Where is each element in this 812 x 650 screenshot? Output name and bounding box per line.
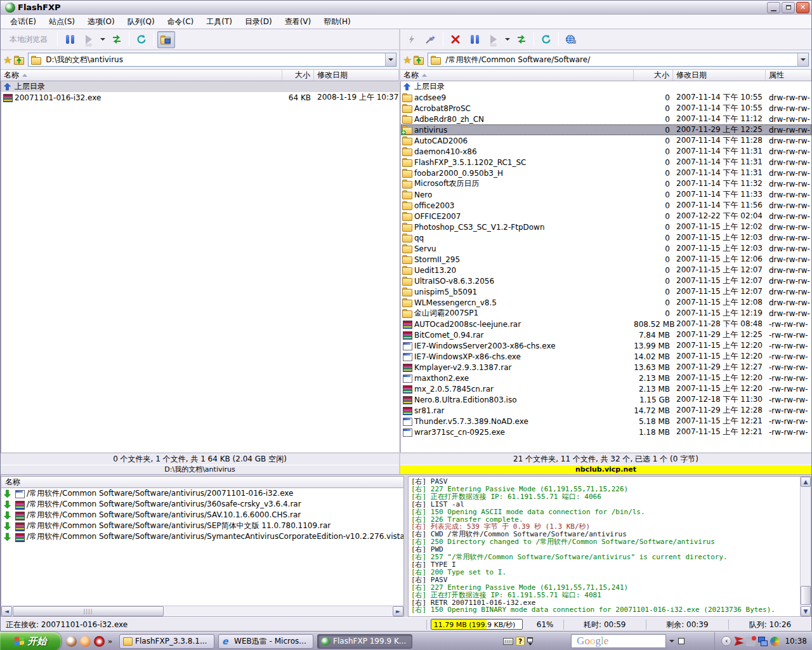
queue-column-header[interactable]: 名称 bbox=[1, 477, 403, 488]
remote-file-row[interactable]: Nero02007-11-14 下午 11:33drw-rw-rw- bbox=[401, 189, 811, 200]
menu-item[interactable]: 目录(D) bbox=[239, 15, 278, 29]
local-file-row[interactable]: 20071101-016-i32.exe64 KB2008-1-19 上午 10… bbox=[1, 92, 399, 103]
local-path-dropdown[interactable] bbox=[385, 53, 396, 66]
scroll-left-button[interactable]: ◄ bbox=[1, 606, 12, 616]
google-toolbar-button[interactable] bbox=[678, 638, 684, 644]
column-header-attr[interactable]: 属性 bbox=[766, 70, 811, 81]
msn-tray-icon[interactable] bbox=[770, 637, 780, 646]
remote-file-row[interactable]: 上层目录 bbox=[401, 81, 811, 92]
menu-item[interactable]: 队列(Q) bbox=[122, 15, 160, 29]
menu-item[interactable]: 命令(C) bbox=[162, 15, 200, 29]
thunder-tray-icon[interactable] bbox=[734, 637, 743, 646]
remote-file-row[interactable]: Photoshop_CS3_SC_V1.2-FtpDown02007-11-15… bbox=[401, 222, 811, 232]
tray-collapse-chevron[interactable]: ‹ bbox=[721, 636, 731, 646]
taskbar-task-button[interactable]: FlashFXP_3.3.8.1... bbox=[119, 634, 214, 649]
remote-file-row[interactable]: Microsoft农历日历02007-11-14 下午 11:32drw-rw-… bbox=[401, 178, 811, 189]
google-search-box[interactable]: Google bbox=[571, 634, 666, 648]
scroll-right-button[interactable]: ► bbox=[393, 606, 403, 616]
remote-file-row[interactable]: Thunder.v5.7.3.389.NoAD.exe5.18 MB2007-1… bbox=[401, 416, 811, 427]
queue-item[interactable]: /常用软件/Common Software/Software/antivirus… bbox=[1, 521, 403, 531]
start-button[interactable]: 开始 bbox=[0, 632, 61, 650]
quick-launch-overflow-chevron[interactable]: » bbox=[108, 637, 112, 646]
column-header-name[interactable]: 名称 bbox=[400, 70, 634, 81]
site-manager-button[interactable] bbox=[562, 31, 580, 48]
bookmark-star-icon[interactable]: ★ bbox=[3, 54, 12, 66]
remote-file-row[interactable]: foobar2000_0.950b3_H02007-11-14 下午 11:31… bbox=[401, 168, 811, 178]
quick-connect-button[interactable] bbox=[403, 31, 421, 48]
transfer-button[interactable] bbox=[108, 31, 126, 48]
network-tray-icon[interactable] bbox=[758, 637, 768, 646]
column-header-date[interactable]: 修改日期 bbox=[314, 70, 399, 81]
column-header-size[interactable]: 大小 bbox=[634, 70, 673, 81]
local-file-row[interactable]: 上层目录 bbox=[1, 81, 399, 92]
quick-launch-icon-2[interactable] bbox=[80, 636, 91, 647]
remote-file-row[interactable]: sr81.rar14.72 MB2007-11-29 上午 12:28-rw-r… bbox=[401, 405, 811, 416]
taskbar-task-button[interactable]: FlashFXP 199.9 K... bbox=[317, 634, 412, 649]
scroll-thumb[interactable] bbox=[801, 586, 811, 605]
remote-file-row[interactable]: mx_2.0.5.7845cn.rar2.13 MB2007-11-15 上午 … bbox=[401, 383, 811, 394]
remote-file-row[interactable]: Kmplayer-v2.9.3.1387.rar13.63 MB2007-11-… bbox=[401, 362, 811, 373]
bookmark-star-icon[interactable]: ★ bbox=[403, 54, 412, 66]
pause-queue-button[interactable] bbox=[466, 31, 483, 48]
keyboard-icon[interactable] bbox=[503, 638, 513, 645]
column-header-date[interactable]: 修改日期 bbox=[673, 70, 766, 81]
local-browser-button[interactable]: 本地浏览器 bbox=[3, 34, 54, 45]
refresh-button[interactable] bbox=[133, 31, 150, 48]
remote-file-row[interactable]: maxthon2.exe2.13 MB2007-11-15 上午 12:20-r… bbox=[401, 373, 811, 383]
queue-item[interactable]: /常用软件/Common Software/Software/antivirus… bbox=[1, 510, 403, 521]
help-icon[interactable]: ? bbox=[516, 637, 525, 646]
start-queue-button[interactable]: GO bbox=[485, 31, 502, 48]
connect-button[interactable] bbox=[422, 31, 440, 48]
menu-item[interactable]: 站点(S) bbox=[43, 15, 81, 29]
menu-item[interactable]: 查看(V) bbox=[279, 15, 317, 29]
remote-file-row[interactable]: IE7-WindowsServer2003-x86-chs.exe13.99 M… bbox=[401, 340, 811, 351]
remote-file-row[interactable]: unispim5_b509102007-11-15 上午 12:07drw-rw… bbox=[401, 286, 811, 297]
remote-file-row[interactable]: Nero.8.Ultra.Edition803.iso1.15 GB2007-1… bbox=[401, 394, 811, 405]
restore-button[interactable] bbox=[782, 2, 795, 13]
language-bar-restore[interactable] bbox=[527, 637, 533, 646]
menu-item[interactable]: 选项(O) bbox=[82, 15, 121, 29]
minimize-button[interactable]: ▁ bbox=[767, 2, 780, 13]
scroll-thumb[interactable] bbox=[13, 606, 164, 616]
remote-file-row[interactable]: Uedit13.2002007-11-15 上午 12:07drw-rw-rw- bbox=[401, 265, 811, 275]
queue-item[interactable]: /常用软件/Common Software/Software/antivirus… bbox=[1, 488, 403, 499]
remote-file-row[interactable]: BitComet_0.94.rar7.84 MB2007-11-29 上午 12… bbox=[401, 329, 811, 340]
alert-tray-icon[interactable] bbox=[746, 637, 756, 646]
taskbar-task-button[interactable]: eWEB迅雷 - Micros... bbox=[218, 634, 313, 649]
transfer-button[interactable] bbox=[513, 31, 530, 48]
remote-file-row[interactable]: 金山词霸2007SP102007-11-15 上午 12:19drw-rw-rw… bbox=[401, 308, 811, 319]
remote-file-row[interactable]: FlashFXP_3.5.1.1202_RC1_SC02007-11-14 下午… bbox=[401, 157, 811, 168]
log-vscrollbar[interactable]: ▲ ▼ bbox=[800, 477, 811, 616]
menu-item[interactable]: 工具(T) bbox=[200, 15, 238, 29]
remote-file-row[interactable]: AUTOcad2008sc-leejune.rar808.52 MB2007-1… bbox=[401, 319, 811, 329]
remote-file-row[interactable]: +antivirus02007-11-29 上午 12:25drw-rw-rw- bbox=[401, 124, 811, 135]
queue-item[interactable]: /常用软件/Common Software/Software/antivirus… bbox=[1, 499, 403, 510]
remote-file-row[interactable]: OFFICE200702007-12-22 下午 02:04drw-rw-rw- bbox=[401, 211, 811, 222]
remote-file-row[interactable]: StormII_29502007-11-15 上午 12:06drw-rw-rw… bbox=[401, 254, 811, 265]
remote-file-row[interactable]: qq02007-11-15 上午 12:03drw-rw-rw- bbox=[401, 232, 811, 243]
remote-path-combo[interactable]: /常用软件/Common Software/Software/ bbox=[428, 53, 809, 67]
remote-path-dropdown[interactable] bbox=[797, 53, 808, 66]
switch-view-button[interactable] bbox=[157, 31, 175, 48]
folder-up-icon[interactable] bbox=[414, 56, 424, 64]
column-header-size[interactable]: 大小 bbox=[282, 70, 314, 81]
queue-hscrollbar[interactable]: ◄ ► bbox=[1, 606, 403, 616]
remote-file-row[interactable]: office200302007-11-14 下午 11:56drw-rw-rw- bbox=[401, 200, 811, 211]
start-queue-dropdown[interactable] bbox=[99, 31, 107, 48]
start-queue-button[interactable]: GO bbox=[80, 31, 98, 48]
remote-file-row[interactable]: WLMessengercn_v8.502007-11-15 上午 12:08dr… bbox=[401, 297, 811, 308]
local-path-combo[interactable]: D:\我的文档\antivirus bbox=[28, 53, 396, 67]
quick-launch-icon-1[interactable] bbox=[66, 636, 77, 647]
remote-file-row[interactable]: Servu02007-11-15 上午 12:03drw-rw-rw- bbox=[401, 243, 811, 254]
pause-queue-button[interactable] bbox=[61, 31, 79, 48]
close-button[interactable]: ✕ bbox=[796, 2, 809, 13]
disconnect-button[interactable] bbox=[447, 31, 464, 48]
remote-file-row[interactable]: UltraISO-v8.6.3.205602007-11-15 上午 12:07… bbox=[401, 275, 811, 286]
remote-file-row[interactable]: AdbeRdr80_zh_CN02007-11-14 下午 11:12drw-r… bbox=[401, 114, 811, 124]
menu-item[interactable]: 帮助(H) bbox=[318, 15, 356, 29]
remote-file-row[interactable]: daemon410-x8602007-11-14 下午 11:31drw-rw-… bbox=[401, 146, 811, 157]
remote-file-row[interactable]: wrar371sc_cn-0925.exe1.18 MB2007-11-15 上… bbox=[401, 427, 811, 437]
scroll-down-button[interactable]: ▼ bbox=[801, 606, 811, 616]
menu-item[interactable]: 会话(E) bbox=[4, 15, 42, 29]
remote-file-row[interactable]: AutoCAD200602007-11-14 下午 11:28drw-rw-rw… bbox=[401, 135, 811, 146]
